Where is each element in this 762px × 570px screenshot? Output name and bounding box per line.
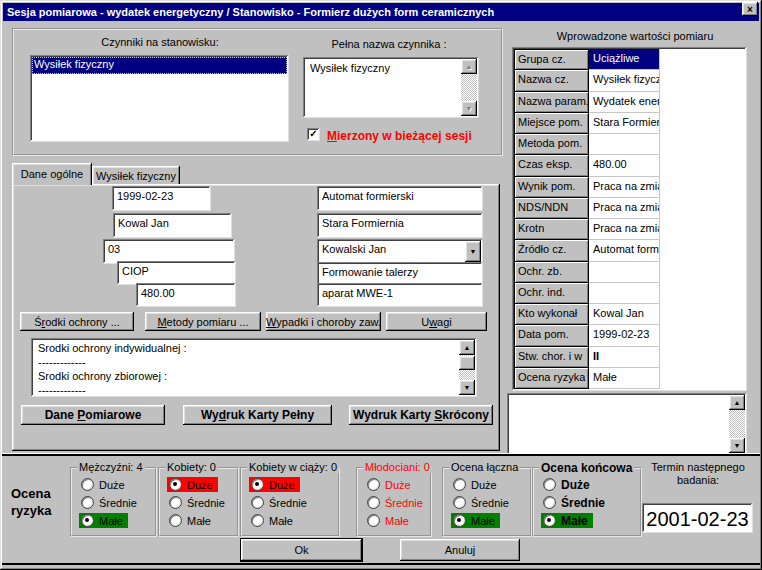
table-row: Kto wykonałKowal Jan (514, 304, 660, 325)
radio-option[interactable]: Średnie (365, 495, 428, 510)
wydruk-karty-skrocony-button[interactable]: Wydruk Karty Skrócony (349, 405, 493, 425)
radio-icon[interactable] (367, 514, 380, 527)
uwagi-button[interactable]: Uwagi (386, 312, 487, 331)
scroll-up-icon[interactable]: ▲ (729, 395, 745, 410)
radio-option-selected[interactable]: Duże (249, 477, 300, 492)
radio-icon[interactable] (251, 496, 264, 509)
miejsce-pomiaru-input[interactable]: Stara Formiernia (317, 213, 483, 238)
radio-option[interactable]: Średnie (167, 495, 230, 510)
table-row: Miejsce pom.Stara Formiernia (514, 113, 660, 134)
notes-textarea[interactable]: ▲ ▼ (507, 393, 747, 455)
data-pomiaru-input[interactable]: 1999-02-23 (112, 186, 211, 211)
scrollbar-thumb[interactable] (459, 356, 475, 370)
pomiar-wykonal-input[interactable]: Kowal Jan (113, 213, 232, 238)
term-date-field[interactable]: 2001-02-23 (642, 503, 753, 533)
divider-top (2, 453, 760, 456)
table-row: Wynik pom.Praca na zmianę (514, 177, 660, 198)
radio-option[interactable]: Średnie (249, 495, 312, 510)
notes-scrollbar[interactable]: ▲ ▼ (729, 395, 745, 453)
risk-group-mlodociani: Młodociani: 0 Duże Średnie Małe (356, 467, 432, 537)
measured-checkbox-label[interactable]: Mierzony w bieżącej sesji (327, 129, 472, 143)
close-icon: × (747, 4, 753, 15)
combo-dropdown-button[interactable]: ▼ (465, 241, 481, 262)
protection-scrollbar[interactable]: ▲ ▼ (459, 340, 475, 395)
metody-pomiaru-button[interactable]: Metody pomiaru ... (145, 312, 261, 331)
scroll-up-icon[interactable]: ▲ (461, 59, 477, 74)
radio-icon[interactable] (367, 478, 380, 491)
values-panel: Grupa cz.Uciążliwe Nazwa cz.Wysiłek fizy… (512, 47, 747, 391)
radio-icon[interactable] (251, 514, 264, 527)
radio-option[interactable]: Duże (451, 477, 502, 492)
radio-option[interactable]: Duże (541, 477, 595, 492)
radio-icon[interactable] (81, 478, 94, 491)
radio-option-selected[interactable]: Małe (541, 513, 593, 528)
radio-icon[interactable] (453, 478, 466, 491)
values-table[interactable]: Grupa cz.Uciążliwe Nazwa cz.Wysiłek fizy… (514, 49, 660, 389)
wydruk-karty-pelny-button[interactable]: Wydruk Karty Pełny (183, 405, 332, 425)
radio-option[interactable]: Średnie (451, 495, 514, 510)
factors-listbox[interactable]: Wysiłek fizyczny (30, 55, 289, 142)
table-row: Ochr. zb. (514, 262, 660, 283)
zrodlo-czynnika-input[interactable]: Automat formierski (317, 186, 483, 211)
radio-checked-icon[interactable] (81, 514, 94, 527)
radio-option-selected[interactable]: Małe (79, 513, 128, 528)
table-row: KrotnPraca na zmianę (514, 219, 660, 240)
tab-dane-ogolne[interactable]: Dane ogólne (12, 163, 92, 185)
radio-icon[interactable] (169, 514, 182, 527)
dane-pomiarowe-button[interactable]: Dane Pomiarowe (21, 405, 165, 425)
close-button[interactable]: × (742, 2, 758, 16)
radio-option[interactable]: Duże (79, 477, 130, 492)
full-name-textarea[interactable]: Wysiłek fizyczny ▲ ▼ (303, 57, 479, 118)
radio-option[interactable]: Małe (365, 513, 414, 528)
risk-caption: Ocena ryzyka (11, 485, 73, 519)
group-title: Kobiety: 0 (165, 461, 218, 473)
czas-ekspozycji-input[interactable]: 480.00 (136, 283, 236, 307)
radio-icon[interactable] (169, 496, 182, 509)
table-row: Grupa cz.Uciążliwe (514, 49, 660, 70)
radio-icon[interactable] (543, 478, 556, 491)
protection-textarea[interactable]: Srodki ochrony indywidualnej : ---------… (31, 338, 477, 397)
radio-checked-icon[interactable] (543, 514, 556, 527)
pracownik-combobox[interactable]: Kowalski Jan ▼ (317, 239, 483, 264)
risk-group-kobiety-w-ciazy: Kobiety w ciąży: 0 Duże Średnie Małe (240, 467, 340, 537)
radio-icon[interactable] (453, 496, 466, 509)
wypadki-choroby-button[interactable]: Wypadki i choroby zaw. (266, 312, 381, 331)
radio-option-selected[interactable]: Małe (451, 513, 500, 528)
table-row: NDS/NDNPraca na zmianę (514, 198, 660, 219)
radio-option[interactable]: Duże (365, 477, 416, 492)
table-row: Metoda pom. (514, 134, 660, 155)
radio-option-selected[interactable]: Duże (167, 477, 218, 492)
scroll-down-icon[interactable]: ▼ (461, 101, 477, 116)
group-title: Kobiety w ciąży: 0 (247, 461, 339, 473)
radio-checked-icon[interactable] (251, 478, 264, 491)
list-item-selected[interactable]: Wysiłek fizyczny (32, 57, 287, 74)
risk-group-mezczyzni: Mężczyźni: 4 Duże Średnie Małe (70, 467, 157, 537)
cancel-button[interactable]: Anuluj (400, 539, 520, 561)
radio-icon[interactable] (81, 496, 94, 509)
radio-option[interactable]: Średnie (541, 495, 610, 510)
full-name-scrollbar[interactable]: ▲ ▼ (461, 59, 477, 116)
scroll-down-icon[interactable]: ▼ (729, 438, 745, 453)
radio-option[interactable]: Średnie (79, 495, 142, 510)
radio-icon[interactable] (367, 496, 380, 509)
protection-text: Srodki ochrony indywidualnej : ---------… (33, 339, 457, 395)
scroll-down-icon[interactable]: ▼ (459, 380, 475, 395)
table-row: Ocena ryzykaMałe (514, 368, 660, 389)
srodki-ochrony-button[interactable]: Środki ochrony ... (20, 312, 134, 331)
title-bar[interactable]: Sesja pomiarowa - wydatek energetyczny /… (3, 3, 759, 21)
selected-cell[interactable]: Uciążliwe (589, 49, 660, 70)
tab-wysilek-fizyczny[interactable]: Wysiłek fizyczny (92, 166, 180, 185)
term-label: Termin następnego badania: (646, 461, 750, 487)
radio-checked-icon[interactable] (169, 478, 182, 491)
radio-icon[interactable] (543, 496, 556, 509)
aparatura-input[interactable]: aparat MWE-1 (317, 283, 483, 307)
scroll-up-icon[interactable]: ▲ (459, 340, 475, 355)
ok-button[interactable]: Ok (241, 539, 362, 561)
radio-option[interactable]: Małe (167, 513, 216, 528)
radio-option[interactable]: Małe (249, 513, 298, 528)
measured-checkbox[interactable]: ✓ (307, 128, 320, 141)
factors-list-label: Czynniki na stanowisku: (40, 36, 280, 48)
radio-checked-icon[interactable] (453, 514, 466, 527)
nazwa-laboratorium-input[interactable]: CIOP (117, 261, 236, 285)
risk-group-kobiety: Kobiety: 0 Duże Średnie Małe (158, 467, 239, 537)
